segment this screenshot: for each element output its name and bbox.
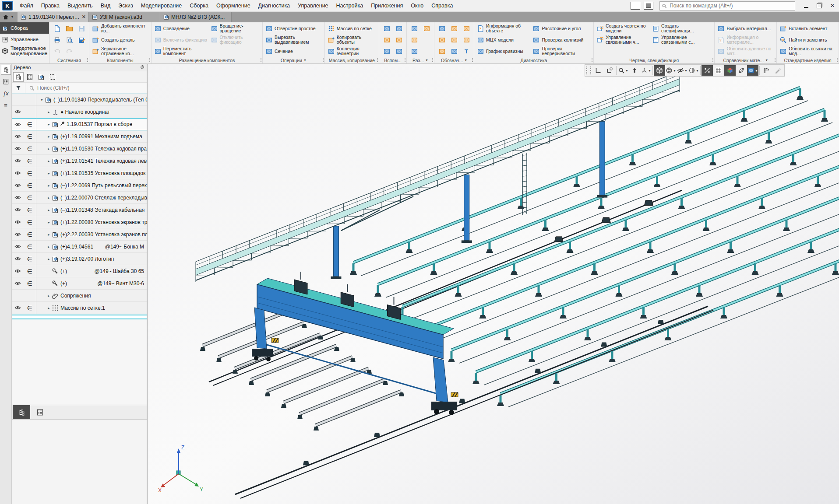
include-cell[interactable]: ∈	[24, 170, 35, 177]
designation-text-button[interactable]: Т	[461, 46, 472, 57]
tree-row[interactable]: ∈▸1.19.01537 Портал в сборе	[12, 118, 147, 130]
split-line-button[interactable]	[421, 23, 432, 34]
designation-position-flag-button[interactable]	[436, 46, 448, 57]
grid-button[interactable]	[713, 65, 724, 76]
disable-fixation-button[interactable]: Отключить фиксацию	[210, 34, 261, 46]
tree-additional-button[interactable]	[47, 72, 58, 82]
minimize-button[interactable]	[800, 0, 813, 11]
expand-icon[interactable]: ▸	[46, 183, 52, 188]
ribbon-group-label[interactable]: Диагностика	[476, 57, 592, 63]
model-viewport[interactable]: XYZ ▼▼▼▼▼▼	[148, 63, 839, 504]
expand-icon[interactable]: ▾	[39, 98, 45, 102]
tree-row[interactable]: ∈(+)@149~ Шайба 30 65	[12, 265, 147, 277]
include-cell[interactable]: ∈	[24, 145, 35, 152]
split-sketch-button[interactable]	[409, 34, 420, 46]
save-as-button[interactable]	[76, 34, 87, 46]
construction-axis-button[interactable]	[381, 23, 392, 34]
visibility-cell[interactable]	[12, 243, 24, 250]
visibility-cell[interactable]	[12, 133, 24, 140]
find-replace-button[interactable]: АБНайти и заменить	[779, 34, 837, 46]
include-cell[interactable]: ∈	[24, 304, 35, 312]
menu-item[interactable]: Выделить	[63, 0, 97, 11]
create-part-button[interactable]: Создать деталь	[91, 34, 149, 46]
visibility-cell[interactable]	[12, 170, 24, 176]
panel-menu-button[interactable]: ≡	[1, 100, 11, 110]
menu-item[interactable]: Вид	[97, 0, 115, 11]
edit-inplace-button[interactable]	[772, 65, 783, 76]
create-drawing-button[interactable]: Создать чертеж по модели	[596, 23, 650, 34]
image-quality-button[interactable]	[724, 65, 736, 76]
panel-variables-button[interactable]: ƒx	[1, 88, 11, 98]
ribbon-group-label[interactable]: Обознач...▼	[436, 57, 472, 63]
ribbon-tab-assembly[interactable]: Сборка	[0, 22, 49, 34]
expand-icon[interactable]: ▸	[46, 294, 52, 298]
csys-settings-button[interactable]	[604, 65, 615, 76]
create-specification-button[interactable]: Создать спецификаци...	[651, 23, 712, 34]
tree-row[interactable]: ∈▸(+)1.19.00991 Механизм подъема	[12, 130, 147, 143]
menu-item[interactable]: Приложения	[367, 0, 407, 11]
ribbon-group-label[interactable]: Вспом...	[381, 57, 405, 63]
designation-mark-button[interactable]	[461, 34, 472, 46]
material-info-button[interactable]: ?Информация о материале...	[716, 34, 775, 46]
toolbar-grip[interactable]	[586, 66, 591, 74]
include-cell[interactable]: ∈	[24, 158, 35, 164]
ribbon-group-label[interactable]: Справочник мате...▼	[716, 57, 775, 63]
ribbon-group-label[interactable]: Массив, копирование	[327, 57, 377, 63]
geometry-collection-button[interactable]: Коллекция геометрии	[327, 46, 377, 57]
menu-item[interactable]: Справка	[427, 0, 457, 11]
ribbon-group-label[interactable]: Раз...▼	[409, 57, 432, 63]
node-object-button[interactable]	[393, 23, 405, 34]
rotation-rotation-button[interactable]: Вращение-вращение	[210, 23, 261, 34]
section-button[interactable]: Сечение	[264, 46, 323, 57]
include-cell[interactable]: ∈	[24, 182, 35, 189]
menu-item[interactable]: Файл	[16, 0, 37, 11]
ribbon-group-label[interactable]: Операции▼	[264, 57, 323, 63]
mirror-component-button[interactable]: Зеркальное отражение ко...	[91, 46, 149, 57]
include-cell[interactable]: ∈	[24, 256, 35, 262]
visibility-cell[interactable]	[12, 108, 24, 115]
ribbon-group-label[interactable]: Системная	[51, 57, 87, 63]
bottom-tab-parameters[interactable]	[31, 405, 49, 419]
menu-item[interactable]: Настройка	[332, 0, 367, 11]
tree-row[interactable]: ∈▸(+)2.22.00030 Установка экранов порт	[12, 228, 147, 241]
local-csys-button[interactable]	[393, 34, 405, 46]
add-component-button[interactable]: Добавить компонент из...	[91, 23, 149, 34]
linked-drawings-button[interactable]: Управление связанными ч...	[596, 34, 650, 46]
visibility-cell[interactable]	[12, 194, 24, 201]
tree-row[interactable]: ∈▸(+)1.22.00080 Установка экранов траве	[12, 216, 147, 228]
visibility-cell[interactable]	[12, 121, 24, 128]
copy-objects-button[interactable]: Копировать объекты	[327, 34, 377, 46]
document-tab[interactable]: МНЛЗ №2 ВТЗ (АСК...	[160, 11, 232, 22]
tree-composition-button[interactable]	[25, 72, 35, 82]
expand-icon[interactable]: ▸	[46, 110, 52, 114]
panel-parameters-button[interactable]	[1, 77, 11, 87]
visibility-cell[interactable]	[12, 304, 24, 311]
ribbon-group-label[interactable]: Размещение компонентов	[153, 57, 261, 63]
include-cell[interactable]: ∈	[24, 133, 35, 140]
home-caret-icon[interactable]: ▾	[11, 11, 18, 22]
filter-button[interactable]: ▼	[747, 65, 758, 76]
designation-base-button[interactable]	[448, 23, 460, 34]
select-material-button[interactable]: Выбрать материал...	[716, 23, 775, 34]
expand-icon[interactable]: ▸	[46, 159, 52, 163]
tree-row[interactable]: ▸● Начало координат	[12, 106, 147, 118]
close-button[interactable]: ×	[826, 0, 839, 11]
coincidence-button[interactable]: Совпадение	[153, 23, 209, 34]
menu-item[interactable]: Управление	[294, 0, 332, 11]
expand-icon[interactable]: ▸	[46, 122, 52, 126]
include-cell[interactable]: ∈	[24, 243, 35, 250]
include-cell[interactable]: ∈	[24, 268, 35, 275]
include-cell[interactable]: ∈	[24, 231, 35, 238]
designation-cylinder-button[interactable]	[436, 23, 448, 34]
tree-row[interactable]: ∈▸(+)1.19.01535 Установка площадок и о	[12, 167, 147, 179]
tree-row[interactable]: ▸Сопряжения	[12, 290, 147, 302]
split-body-button[interactable]	[409, 46, 420, 57]
menu-item[interactable]: Оформление	[212, 0, 254, 11]
ribbon-group-label[interactable]: Стандартные изделия	[779, 57, 837, 63]
cut-extrude-button[interactable]: Вырезать выдавливанием	[264, 34, 323, 46]
tree-row[interactable]: ∈(+)@149~ Винт М30-6	[12, 277, 147, 290]
grid-pattern-button[interactable]: Массив по сетке	[327, 23, 377, 34]
visibility-cell[interactable]	[12, 231, 24, 238]
ribbon-group-label[interactable]: Чертеж, спецификация	[596, 57, 712, 63]
visibility-cell[interactable]	[12, 219, 24, 225]
